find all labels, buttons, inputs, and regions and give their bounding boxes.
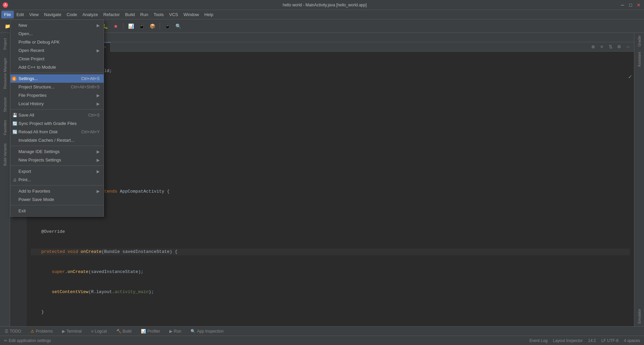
menu-settings[interactable]: 2 Settings... Ctrl+Alt+S — [10, 74, 104, 83]
menu-code[interactable]: Code — [64, 11, 80, 18]
todo-icon: ☰ — [5, 329, 8, 334]
status-bar: ✏ Edit application settings Event Log La… — [0, 336, 644, 345]
code-line-9: @Override — [31, 228, 630, 235]
panel-tab-gradle[interactable]: Gradle — [636, 33, 643, 49]
bottom-tab-logcat[interactable]: ≡ Logcat — [89, 328, 109, 335]
bottom-tab-app-inspection[interactable]: 🔍 App Inspection — [189, 328, 225, 335]
editor-tool-structure[interactable]: ⊕ — [590, 43, 596, 50]
menu-project-structure[interactable]: Project Structure... Ctrl+Alt+Shift+S — [10, 83, 104, 91]
panel-tab-resource-manager[interactable]: Resource Manager — [2, 55, 8, 92]
editor-tool-collapse[interactable]: ⇅ — [607, 43, 614, 50]
toolbar-search-btn[interactable]: 🔍 — [173, 21, 183, 31]
toolbar-device-manager-btn[interactable]: 📱 — [137, 21, 146, 31]
toolbar-avd-btn[interactable]: 📱 — [163, 21, 172, 31]
panel-tab-build-variants[interactable]: Build Variants — [2, 141, 8, 168]
code-content[interactable]: package com.example.helloworld; import .… — [27, 52, 634, 326]
left-panel-tabs: Project Resource Manager Structure Favor… — [0, 33, 10, 326]
menu-profile-apk-label: Profile or Debug APK — [18, 40, 60, 45]
menu-build[interactable]: Build — [122, 11, 138, 18]
panel-tab-structure[interactable]: Structure — [2, 94, 8, 115]
menu-run[interactable]: Run — [138, 11, 151, 18]
file-menu: New ▶ Open... Profile or Debug APK Open … — [10, 19, 104, 217]
menu-navigate[interactable]: Navigate — [41, 11, 64, 18]
panel-tab-assistant[interactable]: Assistant — [636, 49, 643, 70]
bottom-tab-todo[interactable]: ☰ TODO — [3, 328, 23, 335]
menu-refactor[interactable]: Refactor — [101, 11, 122, 18]
menu-file-properties[interactable]: File Properties ▶ — [10, 91, 104, 99]
menu-add-favorites[interactable]: Add to Favorites ▶ — [10, 187, 104, 195]
menu-print[interactable]: 🖨 Print... — [10, 176, 104, 184]
menu-sep-6 — [10, 205, 104, 205]
menu-manage-ide-arrow: ▶ — [97, 149, 100, 154]
bottom-tab-build[interactable]: 🔨 Build — [114, 328, 134, 335]
menu-save-all[interactable]: 💾 Save All Ctrl+S — [10, 111, 104, 119]
menu-view[interactable]: View — [26, 11, 41, 18]
menu-add-cpp-label: Add C++ to Module — [18, 65, 56, 70]
menu-power-save[interactable]: Power Save Mode — [10, 195, 104, 204]
app-icon: A — [3, 2, 8, 8]
menu-new-projects-settings[interactable]: New Projects Settings ▶ — [10, 156, 104, 164]
event-log-link[interactable]: Event Log — [529, 338, 547, 343]
code-line-12: setContentView(R.layout.activity_main); — [31, 289, 630, 295]
menu-export-arrow: ▶ — [97, 169, 100, 174]
panel-tab-project[interactable]: Project — [2, 36, 8, 52]
menu-reload-disk[interactable]: 🔄 Reload All from Disk Ctrl+Alt+Y — [10, 128, 104, 136]
menu-sync-gradle[interactable]: 🔄 Sync Project with Gradle Files — [10, 119, 104, 128]
menu-profile-apk[interactable]: Profile or Debug APK — [10, 38, 104, 46]
menu-file[interactable]: File — [1, 11, 14, 18]
menu-local-history[interactable]: Local History ▶ — [10, 99, 104, 108]
menu-export[interactable]: Export ▶ — [10, 167, 104, 176]
menu-new-projects-settings-arrow: ▶ — [97, 158, 100, 162]
code-line-4 — [31, 128, 630, 135]
problems-icon: ⚠ — [31, 329, 34, 334]
bottom-tab-run[interactable]: ▶ Run — [167, 328, 183, 335]
editor-tool-minimize[interactable]: ─ — [625, 43, 631, 50]
terminal-icon: ▶ — [62, 329, 65, 334]
window-controls: ─ □ ✕ — [620, 2, 641, 8]
toolbar-profile-btn[interactable]: 📊 — [126, 21, 136, 31]
code-line-10: protected void onCreate(Bundle savedInst… — [31, 249, 630, 255]
panel-tab-favorites[interactable]: Favorites — [2, 117, 8, 138]
reload-disk-icon: 🔄 — [12, 130, 18, 134]
code-line-5 — [31, 148, 630, 155]
menu-edit[interactable]: Edit — [14, 11, 26, 18]
menu-file-properties-arrow: ▶ — [97, 93, 100, 98]
menu-add-cpp[interactable]: Add C++ to Module — [10, 63, 104, 71]
bottom-tab-terminal[interactable]: ▶ Terminal — [60, 328, 84, 335]
menu-file-properties-label: File Properties — [18, 93, 47, 98]
menu-window[interactable]: Window — [181, 11, 202, 18]
tab-mainactivity-java-close[interactable]: ✕ — [104, 45, 106, 49]
menu-print-label: Print... — [18, 177, 31, 182]
profiler-icon: 📊 — [141, 329, 146, 334]
menu-tools[interactable]: Tools — [151, 11, 166, 18]
toolbar-stop-btn[interactable]: ■ — [111, 21, 120, 31]
menu-close-project[interactable]: Close Project — [10, 55, 104, 63]
menu-new[interactable]: New ▶ — [10, 21, 104, 29]
menu-manage-ide-label: Manage IDE Settings — [18, 149, 60, 154]
menu-exit[interactable]: Exit — [10, 207, 104, 215]
menu-vcs[interactable]: VCS — [166, 11, 181, 18]
menu-invalidate-caches[interactable]: Invalidate Caches / Restart... — [10, 136, 104, 144]
code-line-11: super.onCreate(savedInstanceState); — [31, 269, 630, 275]
build-label: Build — [123, 329, 132, 334]
layout-inspector-link[interactable]: Layout Inspector — [553, 338, 583, 343]
menu-analyze[interactable]: Analyze — [80, 11, 101, 18]
menu-help[interactable]: Help — [202, 11, 216, 18]
menu-open[interactable]: Open... — [10, 29, 104, 38]
run-label: Run — [174, 329, 181, 334]
toolbar-sdk-manager-btn[interactable]: 📦 — [148, 21, 157, 31]
menu-manage-ide[interactable]: Manage IDE Settings ▶ — [10, 147, 104, 156]
editor-tool-expand[interactable]: ≡ — [598, 43, 605, 50]
menu-open-recent[interactable]: Open Recent ▶ — [10, 46, 104, 55]
menu-add-favorites-arrow: ▶ — [97, 189, 100, 194]
close-button[interactable]: ✕ — [636, 2, 641, 8]
settings-badge: 2 — [12, 76, 16, 81]
minimize-button[interactable]: ─ — [620, 2, 625, 8]
panel-tab-emulator[interactable]: Emulator — [636, 306, 643, 326]
bottom-tab-profiler[interactable]: 📊 Profiler — [139, 328, 162, 335]
bottom-tab-problems[interactable]: ⚠ Problems — [29, 328, 55, 335]
toolbar-sep-4 — [160, 23, 160, 29]
editor-tool-settings[interactable]: ⚙ — [616, 43, 623, 50]
maximize-button[interactable]: □ — [628, 2, 633, 8]
app-inspection-icon: 🔍 — [191, 329, 196, 334]
